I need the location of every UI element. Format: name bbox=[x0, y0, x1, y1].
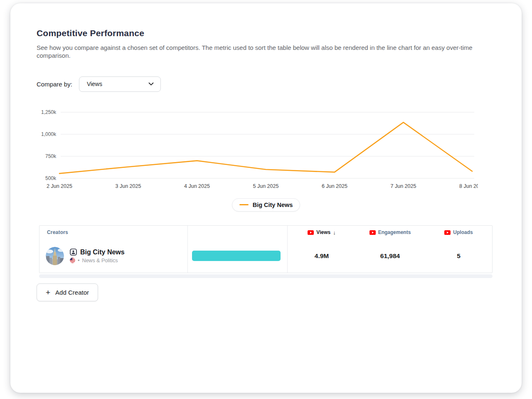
views-bar bbox=[192, 251, 281, 261]
youtube-icon bbox=[369, 230, 376, 235]
svg-text:3 Jun 2025: 3 Jun 2025 bbox=[116, 183, 141, 189]
svg-text:1,250k: 1,250k bbox=[41, 109, 57, 115]
sort-desc-icon: ↓ bbox=[333, 229, 336, 236]
plus-icon: + bbox=[46, 288, 50, 296]
engagements-column-header[interactable]: Engagements bbox=[356, 226, 424, 239]
competitive-performance-card: Competitive Performance See how you comp… bbox=[10, 3, 522, 393]
svg-text:500k: 500k bbox=[45, 175, 57, 181]
legend-line-swatch bbox=[239, 204, 249, 206]
horizontal-scrollbar[interactable] bbox=[39, 274, 493, 278]
channel-icon bbox=[70, 249, 77, 256]
svg-text:6 Jun 2025: 6 Jun 2025 bbox=[322, 183, 347, 189]
chart-legend: Big City News bbox=[37, 198, 495, 212]
compare-by-row: Compare by: Views bbox=[37, 76, 495, 92]
creator-category: News & Politics bbox=[82, 258, 118, 264]
svg-text:2 Jun 2025: 2 Jun 2025 bbox=[47, 183, 72, 189]
avatar bbox=[46, 247, 64, 265]
category-bullet: • bbox=[78, 258, 79, 264]
engagements-value: 61,984 bbox=[356, 252, 424, 260]
engagements-column-label: Engagements bbox=[378, 229, 411, 235]
legend-label: Big City News bbox=[253, 202, 293, 208]
chevron-down-icon bbox=[148, 82, 154, 86]
creator-name: Big City News bbox=[80, 249, 125, 256]
compare-by-label: Compare by: bbox=[37, 81, 72, 88]
youtube-icon bbox=[444, 230, 451, 235]
svg-text:8 Jun 2025: 8 Jun 2025 bbox=[459, 183, 478, 189]
views-value: 4.9M bbox=[287, 239, 356, 273]
chart-canvas: 1,250k1,000k750k500k2 Jun 20253 Jun 2025… bbox=[37, 106, 478, 193]
uploads-value: 5 bbox=[424, 252, 493, 260]
competitors-table: Creators Views ↓ Engagements Uploads bbox=[39, 225, 493, 273]
table-row[interactable]: Big City News bbox=[39, 239, 492, 273]
creators-column-header: Creators bbox=[39, 229, 187, 235]
svg-text:750k: 750k bbox=[45, 153, 57, 159]
compare-by-selected-value: Views bbox=[87, 81, 102, 87]
svg-text:4 Jun 2025: 4 Jun 2025 bbox=[184, 183, 210, 189]
creator-info: Big City News bbox=[70, 249, 125, 264]
bar-column-header bbox=[187, 226, 287, 239]
uploads-column-label: Uploads bbox=[453, 229, 473, 235]
legend-item-big-city-news[interactable]: Big City News bbox=[232, 198, 300, 212]
table-header-row: Creators Views ↓ Engagements Uploads bbox=[39, 226, 492, 239]
views-column-label: Views bbox=[316, 229, 330, 235]
page-description: See how you compare against a chosen set… bbox=[37, 44, 494, 60]
uploads-column-header[interactable]: Uploads bbox=[424, 226, 493, 239]
youtube-icon bbox=[308, 230, 314, 235]
svg-text:1,000k: 1,000k bbox=[41, 131, 57, 137]
svg-text:5 Jun 2025: 5 Jun 2025 bbox=[253, 183, 279, 189]
views-bar-cell bbox=[187, 239, 287, 273]
views-column-header[interactable]: Views ↓ bbox=[287, 226, 356, 239]
page-title: Competitive Performance bbox=[37, 28, 495, 38]
compare-by-select[interactable]: Views bbox=[79, 76, 161, 92]
add-creator-label: Add Creator bbox=[55, 289, 89, 296]
svg-text:7 Jun 2025: 7 Jun 2025 bbox=[391, 183, 416, 189]
us-flag-icon bbox=[70, 258, 75, 263]
views-line-chart: 1,250k1,000k750k500k2 Jun 20253 Jun 2025… bbox=[37, 106, 495, 193]
add-creator-button[interactable]: + Add Creator bbox=[37, 283, 98, 301]
creator-cell: Big City News bbox=[39, 239, 187, 273]
